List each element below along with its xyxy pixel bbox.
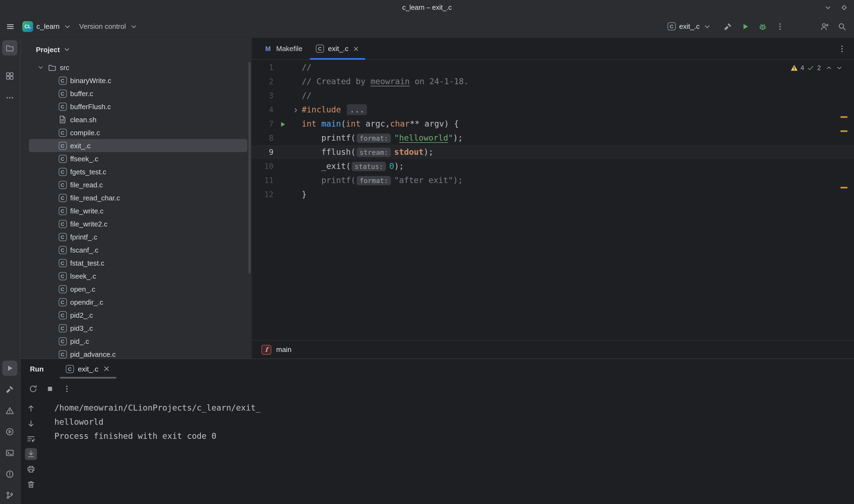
add-user-icon[interactable] xyxy=(820,22,829,31)
project-file-row[interactable]: Cfstat_test.c xyxy=(29,256,247,269)
code-line[interactable]: 8 printf(format:"helloworld"); xyxy=(252,131,854,145)
scroll-to-end-button[interactable] xyxy=(25,448,37,460)
print-button[interactable] xyxy=(25,463,37,475)
build-tool-button[interactable] xyxy=(2,382,17,397)
project-file-row[interactable]: Cbuffer.c xyxy=(29,87,247,100)
project-file-row[interactable]: clean.sh xyxy=(29,113,247,126)
run-panel-header: Run C exit_.c xyxy=(21,359,854,379)
analysis-mark[interactable] xyxy=(840,130,848,132)
c-file-icon: C xyxy=(58,311,67,319)
main-menu-icon[interactable] xyxy=(6,22,15,31)
code-line[interactable]: 2// Created by meowrain on 24-1-18. xyxy=(252,74,854,89)
analysis-mark[interactable] xyxy=(840,187,848,188)
project-widget[interactable]: CL c_learn xyxy=(22,21,71,32)
clion-ide-window: c_learn – exit_.c CL c_learn Version con… xyxy=(0,0,854,504)
project-panel-header[interactable]: Project xyxy=(21,38,252,61)
prev-occurrence-button[interactable] xyxy=(25,402,37,414)
project-file-row[interactable]: Cpid2_.c xyxy=(29,308,247,322)
project-file-row[interactable]: Cpid3_.c xyxy=(29,322,247,335)
c-file-icon: C xyxy=(316,44,324,53)
run-line-icon[interactable] xyxy=(279,120,286,128)
project-file-row[interactable]: Copendir_.c xyxy=(29,295,247,308)
code-line[interactable]: 10 _exit(status:0); xyxy=(252,159,854,173)
vcs-widget[interactable]: Version control xyxy=(79,22,138,31)
console-output[interactable]: /home/meowrain/CLionProjects/c_learn/exi… xyxy=(54,401,849,443)
services-tool-button[interactable] xyxy=(2,424,17,439)
build-hammer-icon[interactable] xyxy=(724,22,732,31)
debug-bug-icon[interactable] xyxy=(758,22,767,31)
run-console-tab[interactable]: C exit_.c xyxy=(60,359,116,379)
project-file-row[interactable]: Cfile_write2.c xyxy=(29,217,247,230)
project-tree: src CbinaryWrite.cCbuffer.cCbufferFlush.… xyxy=(21,61,252,358)
console-line: helloworld xyxy=(54,415,849,429)
project-file-row[interactable]: Copen_.c xyxy=(29,283,247,295)
code-line[interactable]: 3// xyxy=(252,89,854,103)
analysis-mark[interactable] xyxy=(840,116,848,118)
stop-icon[interactable] xyxy=(46,384,54,393)
tab-options-icon[interactable] xyxy=(838,44,847,53)
more-actions-icon[interactable] xyxy=(776,22,784,31)
line-number: 2 xyxy=(252,77,278,86)
project-file-row[interactable]: CbufferFlush.c xyxy=(29,100,247,113)
code-line[interactable]: 11 printf(format:"after exit"); xyxy=(252,173,854,187)
project-scrollbar[interactable] xyxy=(248,62,250,274)
problems-tool-button[interactable] xyxy=(2,403,17,418)
fold-arrow-icon[interactable] xyxy=(292,106,299,113)
c-file-icon: C xyxy=(58,324,67,332)
run-config-widget[interactable]: C exit_.c xyxy=(667,22,712,31)
file-name: file_write2.c xyxy=(70,220,107,228)
editor-tab-Makefile[interactable]: MMakefile xyxy=(257,38,309,59)
folder-row-src[interactable]: src xyxy=(29,61,247,74)
window-title: c_learn – exit_.c xyxy=(402,4,452,12)
rerun-icon[interactable] xyxy=(29,384,37,393)
next-occurrence-button[interactable] xyxy=(25,418,37,430)
project-file-row[interactable]: Cffseek_.c xyxy=(29,152,247,165)
code-editor[interactable]: 1//2// Created by meowrain on 24-1-18.3/… xyxy=(252,60,854,340)
soft-wrap-icon xyxy=(27,434,35,443)
code-line[interactable]: 9 fflush(stream:stdout); xyxy=(252,145,854,159)
project-file-row[interactable]: Cexit_.c xyxy=(29,139,247,152)
run-play-icon[interactable] xyxy=(741,22,750,31)
project-file-row[interactable]: Cpid_advance.c xyxy=(29,347,247,358)
window-restore-icon[interactable] xyxy=(840,3,849,12)
editor-tab-exit_.c[interactable]: Cexit_.c xyxy=(309,38,366,59)
titlebar: c_learn – exit_.c xyxy=(0,0,854,15)
project-file-row[interactable]: Clseek_.c xyxy=(29,269,247,283)
project-file-row[interactable]: Cfile_read.c xyxy=(29,178,247,191)
file-name: clean.sh xyxy=(70,115,97,124)
project-file-row[interactable]: Ccompile.c xyxy=(29,126,247,139)
structure-tool-button[interactable] xyxy=(2,68,17,84)
code-line[interactable]: 12} xyxy=(252,187,854,201)
clear-console-button[interactable] xyxy=(25,479,37,490)
project-file-row[interactable]: Cfscanf_.c xyxy=(29,243,247,256)
console-options-icon[interactable] xyxy=(63,384,71,393)
file-name: pid3_.c xyxy=(70,324,93,332)
project-file-row[interactable]: Cfprintf_.c xyxy=(29,230,247,243)
close-icon[interactable] xyxy=(352,45,360,52)
notifications-tool-button[interactable] xyxy=(2,467,17,482)
terminal-tool-button[interactable] xyxy=(2,445,17,461)
code-line[interactable]: 1// xyxy=(252,60,854,74)
chevron-down-icon xyxy=(63,45,71,54)
run-tool-button[interactable] xyxy=(2,361,17,376)
project-file-row[interactable]: Cfgets_test.c xyxy=(29,165,247,178)
project-file-row[interactable]: Cpid_.c xyxy=(29,335,247,347)
c-file-icon: C xyxy=(58,102,67,111)
more-tool-windows-button[interactable] xyxy=(2,90,17,105)
project-file-row[interactable]: Cfile_write.c xyxy=(29,204,247,217)
expand-arrow-icon[interactable] xyxy=(37,64,45,71)
code-line[interactable]: 7int main(int argc,char** argv) { xyxy=(252,117,854,131)
breadcrumb-function-name[interactable]: main xyxy=(276,345,291,354)
git-tool-button[interactable] xyxy=(2,488,17,503)
close-icon[interactable] xyxy=(102,364,111,373)
code-text: // xyxy=(302,91,312,101)
project-tool-button[interactable] xyxy=(2,40,17,55)
hammer-icon xyxy=(5,385,14,394)
project-file-row[interactable]: Cfile_read_char.c xyxy=(29,191,247,204)
window-collapse-icon[interactable] xyxy=(823,3,832,12)
folder-icon xyxy=(48,63,56,72)
code-line[interactable]: 4#include ... xyxy=(252,103,854,117)
search-icon[interactable] xyxy=(838,22,847,31)
soft-wrap-button[interactable] xyxy=(25,433,37,445)
project-file-row[interactable]: CbinaryWrite.c xyxy=(29,74,247,87)
